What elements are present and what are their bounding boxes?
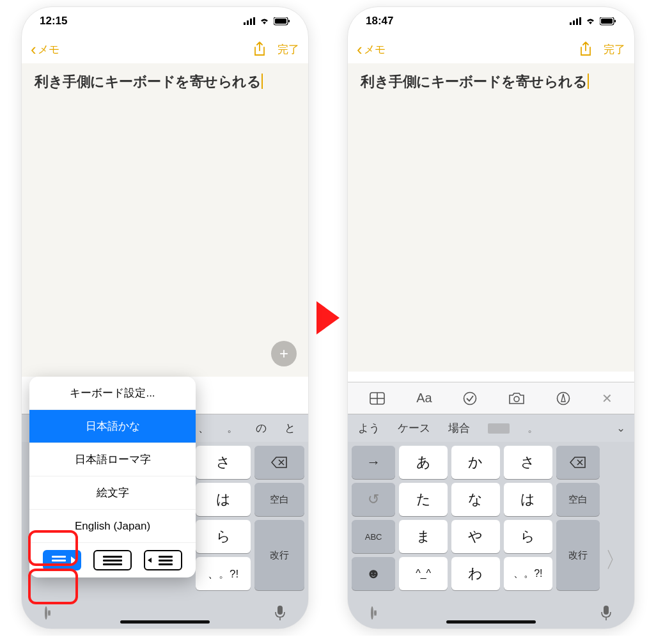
key[interactable]: わ: [451, 557, 500, 590]
triangle-right-icon: [71, 556, 76, 564]
note-body[interactable]: 利き手側にキーボードを寄せられる: [348, 63, 634, 372]
key[interactable]: 、。?!: [504, 557, 552, 590]
key[interactable]: さ: [196, 446, 251, 479]
suggestion[interactable]: よう: [353, 421, 385, 436]
svg-rect-9: [573, 20, 575, 25]
suggestion[interactable]: と: [279, 421, 301, 436]
key[interactable]: は: [196, 483, 251, 516]
markup-button[interactable]: [556, 391, 570, 405]
chevron-left-icon: ‹: [357, 41, 363, 58]
wifi-icon: [259, 17, 270, 25]
key[interactable]: は: [504, 483, 552, 516]
suggestion[interactable]: の: [251, 421, 272, 436]
next-candidate-key[interactable]: →: [352, 446, 395, 479]
abc-key[interactable]: ABC: [352, 520, 395, 553]
mic-icon: [601, 606, 611, 621]
keyboard-option[interactable]: 絵文字: [29, 476, 196, 510]
keyboard-dock-left[interactable]: [43, 550, 81, 570]
suggestion-dot[interactable]: 。: [522, 421, 543, 436]
done-button[interactable]: 完了: [604, 42, 625, 57]
status-time: 18:47: [366, 15, 393, 27]
key[interactable]: ら: [196, 520, 251, 553]
plus-icon: +: [279, 345, 288, 363]
back-button[interactable]: ‹ メモ: [31, 41, 59, 58]
expand-suggestions[interactable]: ⌄: [616, 421, 629, 435]
key[interactable]: あ: [399, 446, 448, 479]
text-cursor: [262, 74, 263, 89]
key[interactable]: ^_^: [399, 557, 448, 590]
suggestion[interactable]: 。: [222, 421, 243, 436]
backspace-key[interactable]: [254, 446, 304, 479]
back-label: メモ: [364, 42, 386, 57]
svg-rect-11: [579, 17, 581, 25]
add-button[interactable]: +: [271, 341, 297, 366]
share-icon: [253, 42, 266, 57]
nav-bar: ‹ メモ 完了: [348, 35, 634, 63]
check-circle-icon: [463, 391, 477, 405]
key[interactable]: な: [451, 483, 500, 516]
table-button[interactable]: [370, 392, 385, 405]
svg-rect-21: [488, 423, 510, 434]
done-button[interactable]: 完了: [277, 42, 299, 57]
backspace-key[interactable]: [556, 446, 600, 479]
suggestion-keyboard[interactable]: [483, 423, 515, 434]
key[interactable]: さ: [504, 446, 552, 479]
expand-keyboard-handle[interactable]: 〉: [605, 546, 627, 575]
keyboard-icon: [52, 556, 66, 565]
key[interactable]: 、。?!: [196, 557, 251, 590]
pen-circle-icon: [556, 391, 570, 405]
keyboard-dock-icons: [29, 543, 196, 577]
emoji-key[interactable]: ☻: [352, 557, 395, 590]
key[interactable]: か: [451, 446, 500, 479]
globe-icon: [371, 606, 373, 620]
keyboard-bottom-bar: [22, 598, 308, 629]
space-key[interactable]: 空白: [254, 483, 304, 516]
expand-suggestions[interactable]: ⌄: [308, 421, 309, 435]
keyboard-option[interactable]: 日本語ローマ字: [29, 443, 196, 476]
chevron-left-icon: ‹: [31, 41, 36, 58]
note-body[interactable]: 利き手側にキーボードを寄せられる +: [22, 63, 308, 377]
share-button[interactable]: [579, 42, 592, 57]
share-icon: [579, 42, 592, 57]
key[interactable]: た: [399, 483, 448, 516]
space-key[interactable]: 空白: [556, 483, 600, 516]
key[interactable]: ま: [399, 520, 448, 553]
key[interactable]: ら: [504, 520, 552, 553]
keyboard-icon: [488, 423, 510, 434]
svg-rect-7: [277, 606, 283, 615]
back-label: メモ: [38, 42, 59, 57]
globe-button[interactable]: [371, 608, 373, 619]
globe-icon: [45, 606, 47, 620]
keyboard-option[interactable]: 日本語かな: [29, 410, 196, 443]
checklist-button[interactable]: [463, 391, 477, 405]
suggestion-bar: よう ケース 場合 。 ⌄: [348, 414, 634, 442]
dictation-button[interactable]: [275, 606, 285, 621]
globe-button[interactable]: [45, 608, 47, 619]
suggestion[interactable]: 場合: [443, 421, 475, 436]
keyboard-settings-item[interactable]: キーボード設定...: [29, 377, 196, 410]
undo-key[interactable]: ↺: [352, 483, 395, 516]
svg-rect-10: [576, 19, 578, 25]
keyboard-option[interactable]: English (Japan): [29, 510, 196, 543]
keyboard-dock-full[interactable]: [93, 550, 132, 570]
keyboard-switcher-popup: キーボード設定... 日本語かな 日本語ローマ字 絵文字 English (Ja…: [29, 377, 196, 577]
wifi-icon: [585, 17, 596, 25]
dictation-button[interactable]: [601, 606, 611, 621]
back-button[interactable]: ‹ メモ: [357, 41, 386, 58]
note-title: 利き手側にキーボードを寄せられる: [361, 74, 587, 90]
key[interactable]: や: [451, 520, 500, 553]
svg-point-19: [514, 397, 519, 402]
camera-icon: [508, 392, 525, 405]
share-button[interactable]: [253, 42, 266, 57]
suggestion[interactable]: 、: [193, 421, 214, 436]
format-button[interactable]: Aa: [416, 391, 432, 405]
signal-icon: [570, 17, 581, 25]
camera-button[interactable]: [508, 392, 525, 405]
suggestion[interactable]: ケース: [393, 421, 435, 436]
close-toolbar-button[interactable]: ✕: [602, 391, 613, 406]
keyboard: Aa ✕ よう ケース 場合 。 ⌄ → あ か: [348, 382, 634, 629]
keyboard-dock-right[interactable]: [144, 550, 182, 570]
home-indicator: [446, 620, 536, 624]
table-icon: [370, 392, 385, 405]
status-time: 12:15: [40, 15, 67, 27]
